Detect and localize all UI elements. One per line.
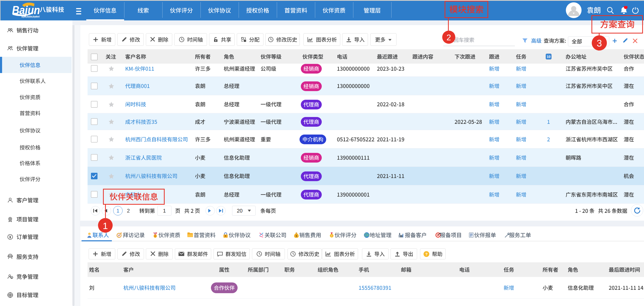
svg-text:Anyone,Anytime,Anywhere!: Anyone,Anytime,Anywhere! [21,15,40,18]
svg-text:?: ? [425,252,427,256]
svg-text:$: $ [296,234,297,237]
svg-text:vs: vs [11,277,13,278]
